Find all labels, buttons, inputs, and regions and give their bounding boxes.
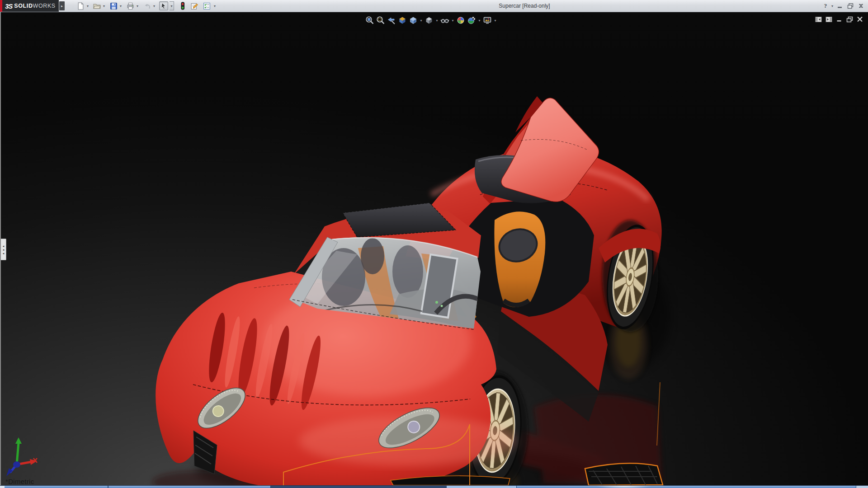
new-document-button[interactable] — [76, 1, 85, 10]
restore-button[interactable] — [846, 2, 854, 10]
splitter-arrow-icon: ◂ — [3, 252, 5, 255]
minimize-button[interactable] — [836, 2, 844, 10]
apply-scene-button[interactable] — [466, 15, 477, 25]
view-settings-dropdown[interactable]: ▾ — [493, 15, 498, 25]
undo-button[interactable] — [142, 1, 151, 10]
hide-show-items-button[interactable] — [439, 15, 450, 25]
zoom-to-area-icon — [376, 16, 385, 25]
help-dropdown[interactable]: ▾ — [830, 1, 835, 10]
taskbar-glow — [597, 486, 651, 488]
options-dropdown[interactable]: ▾ — [212, 1, 217, 10]
viewport-minimize-icon — [836, 16, 842, 22]
save-button[interactable] — [109, 1, 118, 10]
apply-scene-icon — [467, 16, 476, 25]
display-style-button[interactable] — [424, 15, 434, 25]
title-bar: 3SSOLIDWORKS ▸ ▾ ▾ ▾ ▾ ▾ ▾ ▾ Supercar [R… — [0, 0, 868, 12]
display-style-dropdown[interactable]: ▾ — [434, 15, 439, 25]
select-button[interactable] — [159, 1, 168, 10]
menu-expander-arrow-icon[interactable]: ▸ — [59, 1, 65, 10]
close-icon — [858, 3, 864, 9]
view-orientation-icon — [409, 16, 418, 25]
viewport-restore-icon — [846, 16, 853, 23]
traffic-light-button[interactable] — [178, 1, 187, 10]
pane-left-icon — [815, 16, 822, 23]
pane-right-button[interactable] — [825, 16, 832, 23]
view-orientation-label: *Dimetric — [5, 478, 34, 485]
section-view-icon — [398, 16, 407, 25]
splitter-arrow-icon: ◂ — [3, 244, 5, 248]
open-button[interactable] — [92, 1, 101, 10]
select-dropdown[interactable]: ▾ — [170, 1, 174, 10]
taskbar-segment — [0, 486, 5, 488]
viewport-close-icon — [857, 16, 863, 22]
solidworks-logo: 3SSOLIDWORKS — [0, 0, 59, 12]
feature-panel-splitter[interactable]: ◂ ◂ ◂ — [1, 239, 6, 260]
taskbar-separator — [108, 486, 108, 488]
comment-notepad-icon — [190, 2, 198, 10]
window-title: Supercar [Read-only] — [470, 0, 579, 12]
pane-right-icon — [826, 16, 832, 23]
taskbar-segment — [856, 486, 868, 488]
close-button[interactable] — [857, 2, 864, 10]
pane-left-button[interactable] — [815, 16, 822, 23]
hide-show-items-icon — [440, 16, 449, 25]
view-settings-icon — [483, 16, 492, 25]
document-window-controls — [815, 16, 863, 23]
viewport-close-button[interactable] — [856, 16, 863, 23]
restore-icon — [847, 3, 854, 9]
3d-model-canvas[interactable] — [1, 12, 868, 485]
print-dropdown[interactable]: ▾ — [135, 1, 140, 10]
select-cursor-icon — [160, 2, 167, 9]
triad-origin — [13, 461, 20, 468]
view-orientation-dropdown[interactable]: ▾ — [419, 15, 424, 25]
y-axis-arrow — [15, 437, 22, 444]
save-floppy-icon — [110, 2, 118, 10]
print-icon — [127, 2, 134, 10]
taskbar-segment — [447, 486, 517, 488]
edit-appearance-icon — [456, 16, 465, 25]
previous-view-icon — [387, 16, 396, 25]
heads-up-view-toolbar: ▾ ▾ ▾ ▾ ▾ — [364, 15, 498, 26]
view-settings-button[interactable] — [482, 15, 493, 25]
options-button[interactable] — [202, 1, 211, 10]
reference-triad — [5, 436, 39, 478]
undo-icon — [143, 2, 151, 10]
taskbar-sliver[interactable] — [0, 485, 868, 488]
zoom-to-fit-icon — [365, 16, 374, 25]
print-button[interactable] — [126, 1, 135, 10]
open-dropdown[interactable]: ▾ — [102, 1, 106, 10]
zoom-to-fit-button[interactable] — [364, 15, 375, 25]
help-button[interactable]: ? — [822, 2, 829, 10]
section-view-button[interactable] — [397, 15, 408, 25]
options-checklist-icon — [203, 2, 211, 10]
new-document-icon — [77, 2, 85, 10]
zoom-to-area-button[interactable] — [375, 15, 386, 25]
save-dropdown[interactable]: ▾ — [118, 1, 123, 10]
taskbar-segment — [270, 486, 448, 488]
viewport-minimize-button[interactable] — [835, 16, 843, 23]
graphics-viewport[interactable]: ▾ ▾ ▾ ▾ ▾ — [0, 12, 868, 485]
previous-view-button[interactable] — [386, 15, 397, 25]
new-document-dropdown[interactable]: ▾ — [85, 1, 90, 10]
hide-show-items-dropdown[interactable]: ▾ — [450, 15, 455, 25]
comment-button[interactable] — [190, 1, 199, 10]
splitter-arrow-icon: ◂ — [3, 248, 5, 251]
display-style-icon — [425, 16, 434, 25]
view-orientation-button[interactable] — [408, 15, 419, 25]
edit-appearance-button[interactable] — [455, 15, 466, 25]
apply-scene-dropdown[interactable]: ▾ — [477, 15, 482, 25]
traffic-light-icon — [179, 2, 186, 10]
viewport-restore-button[interactable] — [846, 16, 853, 23]
logo-3s-glyph: 3S — [5, 2, 12, 10]
undo-dropdown[interactable]: ▾ — [152, 1, 156, 10]
minimize-icon — [837, 3, 843, 9]
open-folder-icon — [93, 2, 101, 10]
